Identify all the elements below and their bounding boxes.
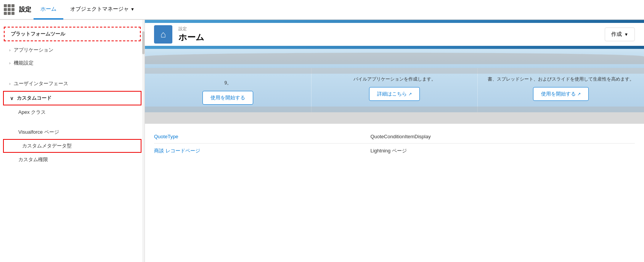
table-text-2: Lightning ページ <box>370 147 635 154</box>
external-link-icon: ↗ <box>408 92 412 97</box>
sidebar-subitem-custom-metadata[interactable]: カスタムメタデータ型 <box>3 139 141 153</box>
create-button[interactable]: 作成 ▼ <box>605 27 635 41</box>
sidebar-item-custom-code-label: カスタムコード <box>17 95 51 102</box>
sidebar: プラットフォームツール › アプリケーション › 機能設定 › ユーザインターフ… <box>0 20 145 262</box>
chevron-down-icon: ▼ <box>130 7 135 11</box>
card-middle: バイルアプリケーションを作成します。 詳細はこちら ↗ <box>312 68 478 112</box>
sidebar-item-features[interactable]: › 機能設定 <box>0 57 145 70</box>
sidebar-platform-tools[interactable]: プラットフォームツール <box>4 27 141 41</box>
main-layout: プラットフォームツール › アプリケーション › 機能設定 › ユーザインターフ… <box>0 20 644 262</box>
card-right-btn-label: 使用を開始する <box>541 91 576 97</box>
sidebar-subitem-visualforce[interactable]: Visualforce ページ <box>0 126 145 138</box>
card-left: 9。 使用を開始する <box>145 68 312 112</box>
sidebar-item-custom-code[interactable]: ∨ カスタムコード <box>3 91 141 105</box>
home-icon: ⌂ <box>161 29 166 40</box>
chevron-right-icon: › <box>9 48 11 52</box>
bottom-table-area: QuoteType QuoteConditionItemDisplay 商談 レ… <box>145 124 644 262</box>
grid-icon <box>4 4 14 15</box>
sidebar-item-ui-label: ユーザインターフェース <box>14 80 68 87</box>
sidebar-subitem-apex[interactable]: Apex クラス <box>0 106 145 118</box>
header-actions: 作成 ▼ <box>605 27 635 41</box>
sidebar-subitem-visualforce-label: Visualforce ページ <box>18 129 59 135</box>
header-left: ⌂ 設定 ホーム <box>154 25 204 44</box>
chevron-right-icon-3: › <box>9 81 11 86</box>
chevron-down-icon-2: ∨ <box>10 95 14 101</box>
sidebar-item-features-label: 機能設定 <box>14 60 34 66</box>
card-left-text: 9。 <box>224 79 231 86</box>
sidebar-item-applications-label: アプリケーション <box>14 47 53 53</box>
table-text-1: QuoteConditionItemDisplay <box>370 134 635 139</box>
tab-object-manager-label: オブジェクトマネージャ <box>70 6 129 13</box>
card-left-btn-label: 使用を開始する <box>210 94 245 101</box>
card-middle-text: バイルアプリケーションを作成します。 <box>353 76 436 82</box>
table-row-1: QuoteType QuoteConditionItemDisplay <box>154 130 635 144</box>
table-link-1[interactable]: QuoteType <box>154 134 370 139</box>
table-row-2: 商談 レコードページ Lightning ページ <box>154 144 635 158</box>
chevron-right-icon-2: › <box>9 61 11 65</box>
wave-area-top <box>145 49 644 68</box>
content-main: 9。 使用を開始する バイルアプリケーションを作成します。 詳細はこちら ↗ 書… <box>145 49 644 262</box>
content-header-wrapper: ⌂ 設定 ホーム 作成 ▼ <box>145 20 644 49</box>
content-header-inner: ⌂ 設定 ホーム 作成 ▼ <box>145 23 644 46</box>
tab-home[interactable]: ホーム <box>34 0 63 19</box>
card-middle-btn[interactable]: 詳細はこちら ↗ <box>369 87 420 101</box>
header-icon: ⌂ <box>154 25 172 44</box>
sidebar-scrollbar[interactable] <box>142 20 145 262</box>
cards-row: 9。 使用を開始する バイルアプリケーションを作成します。 詳細はこちら ↗ 書… <box>145 68 644 112</box>
card-left-btn[interactable]: 使用を開始する <box>202 91 253 105</box>
header-title: ホーム <box>178 32 204 43</box>
header-subtitle: 設定 <box>178 26 204 32</box>
sidebar-item-ui[interactable]: › ユーザインターフェース <box>0 77 145 90</box>
content-area: ⌂ 設定 ホーム 作成 ▼ <box>145 20 644 262</box>
sidebar-subitem-apex-label: Apex クラス <box>18 109 46 115</box>
table-link-2[interactable]: 商談 レコードページ <box>154 147 370 154</box>
external-link-icon-2: ↗ <box>577 92 581 97</box>
tab-home-label: ホーム <box>40 6 56 13</box>
card-right: 書、スプレッドシート、およびスライドを使用して生産性を高めます。 使用を開始する… <box>478 68 644 112</box>
dropdown-arrow-icon: ▼ <box>624 32 628 37</box>
header-title-group: 設定 ホーム <box>178 26 204 43</box>
app-launcher-button[interactable] <box>3 3 15 16</box>
card-right-btn[interactable]: 使用を開始する ↗ <box>533 87 589 101</box>
sidebar-subitem-custom-permission-label: カスタム権限 <box>18 157 48 162</box>
card-right-text: 書、スプレッドシート、およびスライドを使用して生産性を高めます。 <box>488 76 634 82</box>
app-title: 設定 <box>19 6 31 14</box>
sidebar-item-applications[interactable]: › アプリケーション <box>0 44 145 57</box>
card-middle-btn-label: 詳細はこちら <box>377 91 407 97</box>
create-button-label: 作成 <box>611 31 622 38</box>
tab-object-manager[interactable]: オブジェクトマネージャ ▼ <box>63 0 141 19</box>
sidebar-subitem-custom-permission[interactable]: カスタム権限 <box>0 154 145 166</box>
sidebar-subitem-custom-metadata-label: カスタムメタデータ型 <box>22 143 72 149</box>
top-navigation: 設定 ホーム オブジェクトマネージャ ▼ <box>0 0 644 20</box>
